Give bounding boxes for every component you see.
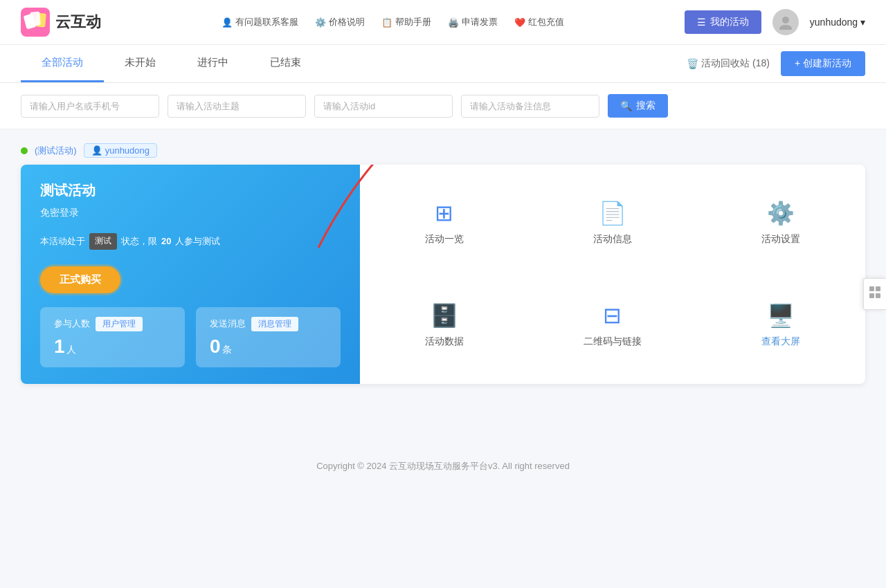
grid-icon: ⊞ <box>435 200 453 226</box>
nav-recharge[interactable]: ❤️ 红包充值 <box>514 16 564 28</box>
footer: Copyright © 2024 云互动现场互动服务平台v3. All righ… <box>0 439 886 493</box>
search-input-note[interactable] <box>461 95 599 118</box>
svg-rect-10 <box>876 293 880 298</box>
activity-row-header: (测试活动) 👤 yunhudong <box>21 143 865 158</box>
action-bigscreen[interactable]: 🖥️ 查看大屏 <box>697 274 865 376</box>
action-activity-data[interactable]: 🗄️ 活动数据 <box>360 274 528 376</box>
user-manage-button[interactable]: 用户管理 <box>96 317 143 331</box>
svg-rect-7 <box>869 286 874 291</box>
help-icon: 📋 <box>381 17 392 28</box>
tabs-right: 🗑️ 活动回收站 (18) + 创建新活动 <box>687 51 865 76</box>
search-button[interactable]: 🔍 搜索 <box>608 94 668 118</box>
tabs-bar: 全部活动 未开始 进行中 已结束 🗑️ 活动回收站 (18) + 创建新活动 <box>0 45 886 83</box>
header: 云互动 👤 有问题联系客服 ⚙️ 价格说明 📋 帮助手册 🖨️ 申请发票 ❤️ … <box>0 0 886 45</box>
list-icon: ☰ <box>697 17 706 28</box>
svg-rect-8 <box>876 286 880 291</box>
nav-pricing[interactable]: ⚙️ 价格说明 <box>315 16 365 28</box>
action-activity-list[interactable]: ⊞ 活动一览 <box>360 172 528 274</box>
test-notice: 本活动处于 测试 状态，限 20 人参与测试 <box>40 233 341 250</box>
tab-not-started[interactable]: 未开始 <box>104 45 177 82</box>
stats-row: 参与人数 用户管理 1人 发送消息 消息管理 0条 <box>40 307 341 367</box>
tab-ended[interactable]: 已结束 <box>249 45 322 82</box>
invoice-icon: 🖨️ <box>448 17 459 28</box>
document-icon: 📄 <box>599 200 626 226</box>
tabs: 全部活动 未开始 进行中 已结束 <box>21 45 322 82</box>
search-input-theme[interactable] <box>168 95 306 118</box>
stat-box-messages: 发送消息 消息管理 0条 <box>196 307 341 367</box>
tab-in-progress[interactable]: 进行中 <box>177 45 249 82</box>
support-icon: 👤 <box>222 17 233 28</box>
card-sub: 免密登录 <box>40 207 341 219</box>
svg-point-4 <box>782 17 789 24</box>
qrcode-icon: ⊟ <box>603 302 622 329</box>
status-dot <box>21 147 28 154</box>
pricing-icon: ⚙️ <box>315 17 326 28</box>
stat-box-participants: 参与人数 用户管理 1人 <box>40 307 185 367</box>
action-qrcode[interactable]: ⊟ 二维码与链接 <box>528 274 696 376</box>
logo-text: 云互动 <box>55 12 101 33</box>
sidebar-toggle[interactable] <box>863 278 886 310</box>
settings-icon: ⚙️ <box>767 200 795 226</box>
test-badge: 测试 <box>89 233 117 250</box>
avatar <box>772 9 799 35</box>
recycle-button[interactable]: 🗑️ 活动回收站 (18) <box>687 57 770 70</box>
username-label[interactable]: yunhudong ▾ <box>810 17 865 28</box>
monitor-icon: 🖥️ <box>767 302 795 329</box>
user-badge-icon: 👤 <box>91 145 102 156</box>
action-activity-info[interactable]: 📄 活动信息 <box>528 172 696 274</box>
search-bar: 🔍 搜索 <box>0 83 886 129</box>
card-left: 测试活动 免密登录 本活动处于 测试 状态，限 20 人参与测试 正式购买 参与… <box>21 165 360 384</box>
nav-help[interactable]: 📋 帮助手册 <box>381 16 431 28</box>
stat-value-participants: 1人 <box>54 336 171 358</box>
header-right: ☰ 我的活动 yunhudong ▾ <box>685 9 865 35</box>
stat-value-messages: 0条 <box>210 336 327 358</box>
svg-rect-3 <box>30 11 41 26</box>
stat-label-participants: 参与人数 用户管理 <box>54 317 171 331</box>
main-content: (测试活动) 👤 yunhudong 测试活动 免密登录 本活动处于 测试 状态… <box>0 129 886 398</box>
nav-invoice[interactable]: 🖨️ 申请发票 <box>448 16 498 28</box>
message-manage-button[interactable]: 消息管理 <box>251 317 298 331</box>
buy-button[interactable]: 正式购买 <box>40 266 120 293</box>
database-icon: 🗄️ <box>431 302 458 329</box>
user-badge: 👤 yunhudong <box>84 143 157 158</box>
nav-links: 👤 有问题联系客服 ⚙️ 价格说明 📋 帮助手册 🖨️ 申请发票 ❤️ 红包充值 <box>222 16 564 28</box>
logo: 云互动 <box>21 8 101 37</box>
action-activity-settings[interactable]: ⚙️ 活动设置 <box>697 172 865 274</box>
nav-support[interactable]: 👤 有问题联系客服 <box>222 16 298 28</box>
search-input-id[interactable] <box>314 95 453 118</box>
card-title: 测试活动 <box>40 181 341 200</box>
card-right: ⊞ 活动一览 📄 活动信息 ⚙️ 活动设置 🗄️ 活动数据 ⊟ 二维码与链接 🖥… <box>360 165 865 384</box>
stat-label-messages: 发送消息 消息管理 <box>210 317 327 331</box>
logo-icon <box>21 8 50 37</box>
activity-card: 测试活动 免密登录 本活动处于 测试 状态，限 20 人参与测试 正式购买 参与… <box>21 165 865 384</box>
my-activity-button[interactable]: ☰ 我的活动 <box>685 10 761 34</box>
create-activity-button[interactable]: + 创建新活动 <box>781 51 865 76</box>
activity-tag[interactable]: (测试活动) <box>35 145 77 157</box>
trash-icon: 🗑️ <box>687 58 698 69</box>
search-input-username[interactable] <box>21 95 159 118</box>
tab-all[interactable]: 全部活动 <box>21 45 104 82</box>
recharge-icon: ❤️ <box>514 17 525 28</box>
svg-point-5 <box>779 25 792 30</box>
search-icon: 🔍 <box>620 100 632 111</box>
svg-rect-9 <box>869 293 874 298</box>
